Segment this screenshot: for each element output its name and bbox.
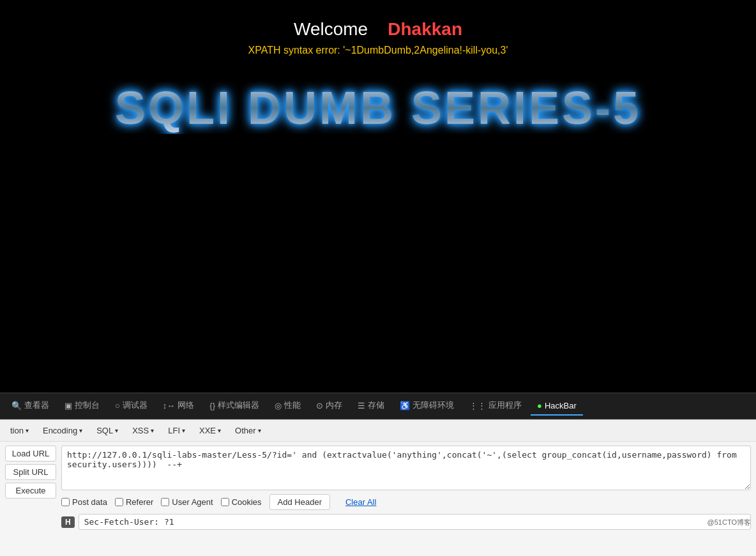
- xss-button[interactable]: XSS ▾: [126, 424, 160, 437]
- console-icon: ▣: [64, 401, 72, 410]
- tab-style-editor-label: 样式编辑器: [218, 400, 259, 411]
- tab-memory-label: 内存: [326, 400, 342, 411]
- execute-label: Execute: [16, 486, 46, 495]
- xxe-label: XXE: [199, 426, 216, 435]
- tab-console[interactable]: ▣ 控制台: [58, 396, 106, 416]
- xss-label: XSS: [132, 426, 149, 435]
- welcome-text: Welcome: [294, 19, 368, 39]
- other-label: Other: [235, 426, 256, 435]
- viewer-icon: 🔍: [11, 401, 22, 410]
- cookies-label: Cookies: [232, 497, 262, 507]
- sql-label: SQL: [96, 426, 113, 435]
- tab-accessibility-label: 无障碍环境: [412, 400, 454, 411]
- user-agent-label: User Agent: [172, 497, 213, 507]
- referer-checkbox-label[interactable]: Referer: [115, 497, 153, 507]
- hackbar-right: Post data Referer User Agent Cookies Add…: [61, 446, 751, 552]
- post-data-checkbox-label[interactable]: Post data: [61, 497, 107, 507]
- tab-hackbar[interactable]: ● HackBar: [531, 397, 583, 416]
- application-icon: ⋮⋮: [469, 401, 486, 410]
- style-editor-icon: {}: [209, 401, 215, 410]
- action-label: tion: [10, 426, 24, 435]
- load-url-label: Load URL: [12, 449, 50, 458]
- welcome-line: Welcome Dhakkan: [294, 19, 462, 40]
- tab-style-editor[interactable]: {} 样式编辑器: [203, 396, 266, 416]
- tab-performance[interactable]: ◎ 性能: [268, 396, 307, 416]
- other-button[interactable]: Other ▾: [229, 424, 268, 437]
- hackbar-options: Post data Referer User Agent Cookies Add…: [61, 494, 751, 510]
- tab-accessibility[interactable]: ♿ 无障碍环境: [393, 396, 460, 416]
- header-badge: H: [61, 516, 75, 528]
- sql-arrow: ▾: [115, 427, 118, 434]
- post-data-checkbox[interactable]: [61, 498, 70, 506]
- sql-button[interactable]: SQL ▾: [90, 424, 125, 437]
- hackbar-content: Load URL Split URL Execute Post data Ref…: [0, 442, 756, 556]
- referer-checkbox[interactable]: [115, 498, 123, 506]
- cookies-checkbox-label[interactable]: Cookies: [221, 497, 262, 507]
- debugger-icon: ○: [115, 401, 120, 410]
- username: Dhakkan: [388, 19, 462, 39]
- sqli-container: SQLI DUMB SERIES-5: [0, 82, 756, 134]
- tab-network-label: 网络: [178, 400, 194, 411]
- referer-label: Referer: [126, 497, 153, 507]
- lfi-label: LFI: [168, 426, 180, 435]
- network-icon: ↕↔: [163, 401, 176, 410]
- tab-debugger-label: 调试器: [123, 400, 147, 411]
- xxe-button[interactable]: XXE ▾: [193, 424, 227, 437]
- memory-icon: ⊙: [316, 401, 323, 410]
- user-agent-checkbox[interactable]: [161, 498, 169, 506]
- hackbar-icon: ●: [537, 401, 542, 410]
- post-data-label: Post data: [72, 497, 107, 507]
- encoding-label: Encoding: [43, 426, 77, 435]
- split-url-button[interactable]: Split URL: [5, 464, 56, 480]
- performance-icon: ◎: [275, 401, 282, 410]
- storage-icon: ☰: [358, 401, 365, 410]
- devtools-bar: 🔍 查看器 ▣ 控制台 ○ 调试器 ↕↔ 网络 {} 样式编辑器 ◎ 性能 ⊙ …: [0, 393, 756, 419]
- clear-all-label: Clear All: [345, 497, 376, 507]
- tab-network[interactable]: ↕↔ 网络: [156, 396, 201, 416]
- encoding-arrow: ▾: [79, 427, 82, 434]
- tab-storage[interactable]: ☰ 存储: [351, 396, 391, 416]
- tab-application-label: 应用程序: [488, 400, 522, 411]
- header-input[interactable]: [79, 514, 751, 530]
- hackbar-panel: tion ▾ Encoding ▾ SQL ▾ XSS ▾ LFI ▾ XXE …: [0, 419, 756, 556]
- encoding-button[interactable]: Encoding ▾: [36, 424, 89, 437]
- tab-performance-label: 性能: [284, 400, 301, 411]
- cookies-checkbox[interactable]: [221, 498, 229, 506]
- clear-all-button[interactable]: Clear All: [338, 495, 384, 509]
- watermark: @51CTO博客: [707, 518, 751, 527]
- accessibility-icon: ♿: [400, 401, 410, 410]
- tab-storage-label: 存储: [368, 400, 384, 411]
- action-button[interactable]: tion ▾: [4, 424, 35, 437]
- main-content: Welcome Dhakkan XPATH syntax error: '~1D…: [0, 0, 756, 393]
- tab-viewer-label: 查看器: [24, 400, 49, 411]
- execute-button[interactable]: Execute: [5, 483, 56, 499]
- tab-viewer[interactable]: 🔍 查看器: [5, 396, 56, 416]
- xxe-arrow: ▾: [218, 427, 221, 434]
- tab-memory[interactable]: ⊙ 内存: [310, 396, 349, 416]
- hackbar-left: Load URL Split URL Execute: [5, 446, 56, 552]
- url-input[interactable]: [61, 446, 751, 490]
- lfi-button[interactable]: LFI ▾: [162, 424, 192, 437]
- tab-hackbar-label: HackBar: [545, 401, 577, 410]
- user-agent-checkbox-label[interactable]: User Agent: [161, 497, 213, 507]
- tab-debugger[interactable]: ○ 调试器: [109, 396, 154, 416]
- tab-console-label: 控制台: [75, 400, 100, 411]
- load-url-button[interactable]: Load URL: [5, 446, 56, 462]
- sqli-title: SQLI DUMB SERIES-5: [115, 82, 641, 134]
- add-header-button[interactable]: Add Header: [269, 494, 330, 510]
- tab-application[interactable]: ⋮⋮ 应用程序: [463, 396, 528, 416]
- hackbar-toolbar: tion ▾ Encoding ▾ SQL ▾ XSS ▾ LFI ▾ XXE …: [0, 420, 756, 442]
- header-row: H: [61, 514, 751, 530]
- action-arrow: ▾: [26, 427, 29, 434]
- xpath-error: XPATH syntax error: '~1DumbDumb,2Angelin…: [248, 45, 508, 56]
- add-header-label: Add Header: [278, 497, 322, 507]
- xss-arrow: ▾: [151, 427, 154, 434]
- lfi-arrow: ▾: [182, 427, 185, 434]
- other-arrow: ▾: [258, 427, 261, 434]
- split-url-label: Split URL: [13, 467, 49, 477]
